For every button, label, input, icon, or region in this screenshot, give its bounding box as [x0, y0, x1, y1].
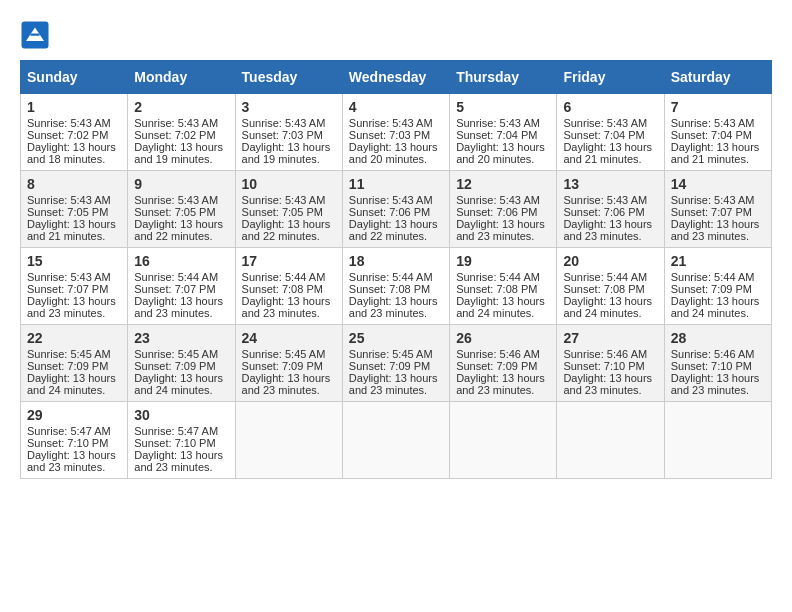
day-number: 22	[27, 330, 121, 346]
sunset-label: Sunset: 7:08 PM	[349, 283, 430, 295]
daylight-label: Daylight: 13 hours and 23 minutes.	[349, 295, 438, 319]
daylight-label: Daylight: 13 hours and 22 minutes.	[134, 218, 223, 242]
daylight-label: Daylight: 13 hours and 23 minutes.	[27, 449, 116, 473]
sunset-label: Sunset: 7:06 PM	[563, 206, 644, 218]
sunset-label: Sunset: 7:02 PM	[134, 129, 215, 141]
daylight-label: Daylight: 13 hours and 23 minutes.	[456, 372, 545, 396]
sunrise-label: Sunrise: 5:43 AM	[456, 117, 540, 129]
sunset-label: Sunset: 7:09 PM	[671, 283, 752, 295]
day-number: 11	[349, 176, 443, 192]
svg-rect-2	[31, 34, 40, 36]
daylight-label: Daylight: 13 hours and 23 minutes.	[563, 372, 652, 396]
day-number: 25	[349, 330, 443, 346]
day-number: 17	[242, 253, 336, 269]
calendar-cell: 21 Sunrise: 5:44 AM Sunset: 7:09 PM Dayl…	[664, 248, 771, 325]
day-number: 6	[563, 99, 657, 115]
day-number: 7	[671, 99, 765, 115]
calendar-cell: 5 Sunrise: 5:43 AM Sunset: 7:04 PM Dayli…	[450, 94, 557, 171]
calendar-week-row: 8 Sunrise: 5:43 AM Sunset: 7:05 PM Dayli…	[21, 171, 772, 248]
sunrise-label: Sunrise: 5:44 AM	[242, 271, 326, 283]
sunset-label: Sunset: 7:04 PM	[456, 129, 537, 141]
calendar-cell: 3 Sunrise: 5:43 AM Sunset: 7:03 PM Dayli…	[235, 94, 342, 171]
calendar-table: SundayMondayTuesdayWednesdayThursdayFrid…	[20, 60, 772, 479]
day-number: 3	[242, 99, 336, 115]
daylight-label: Daylight: 13 hours and 23 minutes.	[671, 218, 760, 242]
sunrise-label: Sunrise: 5:46 AM	[671, 348, 755, 360]
calendar-cell: 18 Sunrise: 5:44 AM Sunset: 7:08 PM Dayl…	[342, 248, 449, 325]
sunrise-label: Sunrise: 5:43 AM	[349, 117, 433, 129]
day-number: 8	[27, 176, 121, 192]
daylight-label: Daylight: 13 hours and 20 minutes.	[349, 141, 438, 165]
calendar-cell: 2 Sunrise: 5:43 AM Sunset: 7:02 PM Dayli…	[128, 94, 235, 171]
page-header	[20, 20, 772, 50]
calendar-cell: 12 Sunrise: 5:43 AM Sunset: 7:06 PM Dayl…	[450, 171, 557, 248]
calendar-cell: 30 Sunrise: 5:47 AM Sunset: 7:10 PM Dayl…	[128, 402, 235, 479]
calendar-cell: 9 Sunrise: 5:43 AM Sunset: 7:05 PM Dayli…	[128, 171, 235, 248]
calendar-cell: 6 Sunrise: 5:43 AM Sunset: 7:04 PM Dayli…	[557, 94, 664, 171]
calendar-week-row: 15 Sunrise: 5:43 AM Sunset: 7:07 PM Dayl…	[21, 248, 772, 325]
sunset-label: Sunset: 7:10 PM	[671, 360, 752, 372]
sunset-label: Sunset: 7:06 PM	[456, 206, 537, 218]
daylight-label: Daylight: 13 hours and 20 minutes.	[456, 141, 545, 165]
daylight-label: Daylight: 13 hours and 22 minutes.	[242, 218, 331, 242]
day-number: 27	[563, 330, 657, 346]
sunrise-label: Sunrise: 5:46 AM	[456, 348, 540, 360]
calendar-cell	[235, 402, 342, 479]
sunset-label: Sunset: 7:09 PM	[456, 360, 537, 372]
sunrise-label: Sunrise: 5:47 AM	[27, 425, 111, 437]
sunrise-label: Sunrise: 5:47 AM	[134, 425, 218, 437]
logo-icon	[20, 20, 50, 50]
calendar-cell: 13 Sunrise: 5:43 AM Sunset: 7:06 PM Dayl…	[557, 171, 664, 248]
day-header-wednesday: Wednesday	[342, 61, 449, 94]
calendar-cell: 20 Sunrise: 5:44 AM Sunset: 7:08 PM Dayl…	[557, 248, 664, 325]
calendar-cell: 27 Sunrise: 5:46 AM Sunset: 7:10 PM Dayl…	[557, 325, 664, 402]
calendar-cell: 24 Sunrise: 5:45 AM Sunset: 7:09 PM Dayl…	[235, 325, 342, 402]
day-number: 29	[27, 407, 121, 423]
sunset-label: Sunset: 7:05 PM	[134, 206, 215, 218]
sunset-label: Sunset: 7:09 PM	[134, 360, 215, 372]
sunset-label: Sunset: 7:05 PM	[242, 206, 323, 218]
daylight-label: Daylight: 13 hours and 24 minutes.	[27, 372, 116, 396]
calendar-cell: 11 Sunrise: 5:43 AM Sunset: 7:06 PM Dayl…	[342, 171, 449, 248]
sunset-label: Sunset: 7:08 PM	[456, 283, 537, 295]
day-number: 12	[456, 176, 550, 192]
sunrise-label: Sunrise: 5:43 AM	[134, 117, 218, 129]
sunset-label: Sunset: 7:07 PM	[134, 283, 215, 295]
sunset-label: Sunset: 7:06 PM	[349, 206, 430, 218]
daylight-label: Daylight: 13 hours and 21 minutes.	[671, 141, 760, 165]
sunrise-label: Sunrise: 5:45 AM	[349, 348, 433, 360]
daylight-label: Daylight: 13 hours and 24 minutes.	[134, 372, 223, 396]
calendar-cell	[342, 402, 449, 479]
day-number: 9	[134, 176, 228, 192]
sunrise-label: Sunrise: 5:43 AM	[242, 117, 326, 129]
sunset-label: Sunset: 7:02 PM	[27, 129, 108, 141]
calendar-cell: 4 Sunrise: 5:43 AM Sunset: 7:03 PM Dayli…	[342, 94, 449, 171]
day-header-thursday: Thursday	[450, 61, 557, 94]
day-number: 26	[456, 330, 550, 346]
daylight-label: Daylight: 13 hours and 19 minutes.	[134, 141, 223, 165]
day-number: 13	[563, 176, 657, 192]
daylight-label: Daylight: 13 hours and 22 minutes.	[349, 218, 438, 242]
calendar-week-row: 1 Sunrise: 5:43 AM Sunset: 7:02 PM Dayli…	[21, 94, 772, 171]
day-number: 19	[456, 253, 550, 269]
day-number: 15	[27, 253, 121, 269]
daylight-label: Daylight: 13 hours and 23 minutes.	[671, 372, 760, 396]
calendar-week-row: 29 Sunrise: 5:47 AM Sunset: 7:10 PM Dayl…	[21, 402, 772, 479]
daylight-label: Daylight: 13 hours and 23 minutes.	[563, 218, 652, 242]
daylight-label: Daylight: 13 hours and 23 minutes.	[27, 295, 116, 319]
sunset-label: Sunset: 7:05 PM	[27, 206, 108, 218]
sunset-label: Sunset: 7:03 PM	[242, 129, 323, 141]
sunset-label: Sunset: 7:09 PM	[349, 360, 430, 372]
calendar-cell: 23 Sunrise: 5:45 AM Sunset: 7:09 PM Dayl…	[128, 325, 235, 402]
calendar-cell: 22 Sunrise: 5:45 AM Sunset: 7:09 PM Dayl…	[21, 325, 128, 402]
daylight-label: Daylight: 13 hours and 21 minutes.	[27, 218, 116, 242]
day-number: 2	[134, 99, 228, 115]
sunset-label: Sunset: 7:07 PM	[671, 206, 752, 218]
day-header-monday: Monday	[128, 61, 235, 94]
calendar-cell: 14 Sunrise: 5:43 AM Sunset: 7:07 PM Dayl…	[664, 171, 771, 248]
sunset-label: Sunset: 7:10 PM	[27, 437, 108, 449]
sunset-label: Sunset: 7:04 PM	[671, 129, 752, 141]
sunrise-label: Sunrise: 5:44 AM	[349, 271, 433, 283]
sunrise-label: Sunrise: 5:44 AM	[134, 271, 218, 283]
day-header-saturday: Saturday	[664, 61, 771, 94]
